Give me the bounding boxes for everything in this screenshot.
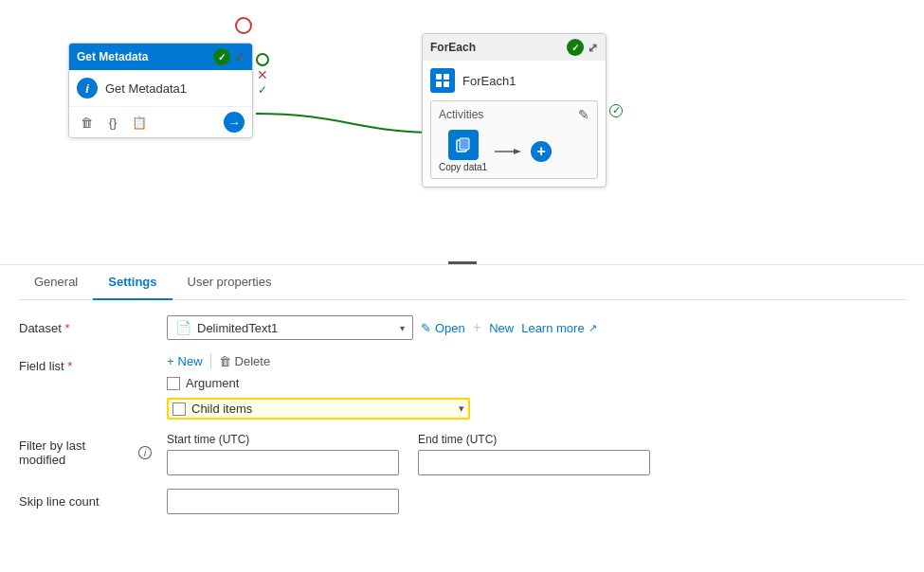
svg-rect-6 (460, 138, 469, 150)
foreach-header: ForEach ✓ ⤢ (423, 34, 606, 61)
chevron-down-icon: ▾ (400, 323, 405, 333)
dataset-controls: 📄 DelimitedText1 ▾ ✎ Open + New Learn mo… (167, 315, 905, 340)
get-metadata-node: Get Metadata ✓ ⤢ i Get Metadata1 🗑 {} 📋 … (68, 43, 253, 138)
filter-row: Filter by last modified i Start time (UT… (19, 433, 905, 475)
side-indicators: ✕ ✓ (256, 44, 269, 97)
get-metadata-activity-name: Get Metadata1 (105, 81, 187, 96)
foreach-title-row: ForEach1 (430, 68, 598, 93)
new-field-btn[interactable]: + New (167, 354, 203, 368)
end-time-input[interactable] (418, 450, 650, 475)
copy-data-icon (448, 130, 479, 160)
end-time-group: End time (UTC) (418, 433, 650, 475)
trash-icon: 🗑 (219, 354, 231, 368)
skip-row: Skip line count (19, 489, 905, 514)
tab-settings[interactable]: Settings (93, 265, 172, 300)
foreach-body: ForEach1 Activities ✎ (423, 61, 606, 187)
argument-checkbox[interactable] (167, 377, 180, 390)
start-time-label: Start time (UTC) (167, 433, 399, 446)
svg-marker-9 (514, 149, 521, 154)
skip-line-count-input[interactable] (167, 489, 399, 514)
delete-icon[interactable]: 🗑 (77, 113, 96, 132)
field-list-controls: + New 🗑 Delete Argument (167, 353, 470, 420)
argument-label: Argument (186, 376, 239, 390)
get-metadata-header: Get Metadata ✓ ⤢ (69, 44, 252, 70)
argument-row: Argument (167, 376, 470, 390)
activities-box: Activities ✎ Copy data1 (430, 100, 598, 179)
external-link-icon: ↗ (589, 322, 597, 334)
child-items-chevron: ▾ (459, 402, 464, 415)
foreach-title: ForEach (430, 41, 476, 54)
plus-icon: + (167, 354, 174, 368)
svg-rect-1 (436, 74, 442, 80)
start-time-group: Start time (UTC) (167, 433, 399, 475)
child-items-dropdown[interactable]: Child items ▾ (191, 402, 464, 416)
child-items-row[interactable]: Child items ▾ (167, 398, 470, 420)
code-icon[interactable]: {} (103, 113, 122, 132)
copy-data-box: Copy data1 (439, 130, 487, 172)
foreach-icon (430, 68, 455, 93)
filter-label: Filter by last modified i (19, 433, 152, 467)
svg-rect-4 (444, 81, 449, 87)
indicator-green (256, 53, 269, 66)
copy-data-label: Copy data1 (439, 162, 487, 172)
child-items-label: Child items (191, 402, 252, 416)
foreach-node: ForEach ✓ ⤢ ForEach1 (422, 33, 607, 188)
expand-icon[interactable]: ⤢ (234, 50, 245, 64)
get-metadata-check: ✓ (213, 48, 230, 65)
doc-icon: 📄 (175, 320, 191, 335)
open-icon: ✎ (421, 321, 431, 335)
separator-1: + (473, 319, 481, 336)
separator-line (210, 353, 211, 368)
edit-icon[interactable]: ✎ (578, 107, 589, 122)
form-area: Dataset 📄 DelimitedText1 ▾ ✎ Open + New (19, 300, 905, 529)
get-metadata-info-icon: i (77, 78, 98, 98)
activities-label: Activities (439, 108, 483, 121)
end-time-label: End time (UTC) (418, 433, 650, 446)
foreach-expand-icon[interactable]: ⤢ (588, 41, 598, 55)
argument-checkbox-label: Argument (167, 376, 239, 390)
dataset-label: Dataset (19, 315, 152, 335)
tabs-bar: General Settings User properties (19, 265, 905, 300)
skip-label: Skip line count (19, 494, 152, 509)
add-activity-btn[interactable]: + (531, 141, 552, 162)
indicator-check: ✓ (256, 83, 269, 97)
field-list-label: Field list (19, 353, 152, 373)
foreach-activity-name: ForEach1 (462, 74, 516, 88)
learn-more-btn[interactable]: Learn more ↗ (521, 321, 596, 335)
filter-info-icon: i (138, 446, 152, 459)
get-metadata-title: Get Metadata (77, 50, 148, 63)
child-items-checkbox[interactable] (172, 402, 186, 416)
tab-general[interactable]: General (19, 265, 93, 300)
new-dataset-btn[interactable]: New (489, 321, 514, 335)
svg-rect-3 (436, 81, 442, 87)
foreach-check: ✓ (567, 39, 584, 56)
delete-field-btn[interactable]: 🗑 Delete (219, 354, 271, 368)
open-btn[interactable]: ✎ Open (421, 321, 465, 335)
arrow-icon[interactable]: → (224, 112, 245, 133)
foreach-right-check: ✓ (609, 104, 623, 117)
copy-icon[interactable]: 📋 (130, 113, 149, 132)
dataset-select[interactable]: 📄 DelimitedText1 ▾ (167, 315, 413, 340)
field-list-row: Field list + New 🗑 Delete (19, 353, 905, 420)
get-metadata-footer: 🗑 {} 📋 → (69, 106, 252, 137)
get-metadata-body: i Get Metadata1 (69, 70, 252, 106)
indicator-red: ✕ (256, 68, 269, 81)
new-delete-row: + New 🗑 Delete (167, 353, 470, 368)
bottom-panel: General Settings User properties Dataset… (0, 265, 924, 529)
time-inputs: Start time (UTC) End time (UTC) (167, 433, 905, 475)
activities-content: Copy data1 + (439, 130, 589, 172)
activities-header: Activities ✎ (439, 107, 589, 122)
start-time-input[interactable] (167, 450, 399, 475)
activity-arrow (495, 145, 523, 158)
dataset-value: DelimitedText1 (197, 321, 278, 335)
svg-rect-2 (444, 74, 449, 80)
top-circle-indicator (235, 17, 252, 34)
tab-user-properties[interactable]: User properties (172, 265, 287, 300)
dataset-row: Dataset 📄 DelimitedText1 ▾ ✎ Open + New (19, 315, 905, 340)
canvas-divider (448, 261, 477, 264)
